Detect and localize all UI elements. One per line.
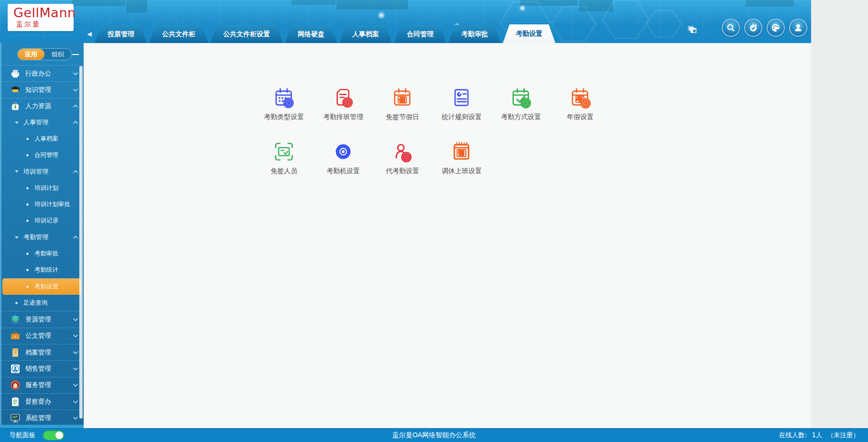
sidebar-item-label: 培训管理	[23, 167, 48, 176]
bullet-icon	[26, 203, 29, 206]
app-tile-2-2[interactable]: 考勤机设置	[314, 138, 373, 186]
sidebar-item-2[interactable]: 知识管理	[0, 81, 84, 98]
tab-3[interactable]: 公共文件柜设置	[210, 25, 283, 43]
sidebar-item-4[interactable]: 人事管理	[0, 114, 84, 131]
sidebar-item-label: 考勤审批	[34, 250, 58, 258]
app-tile-2-1[interactable]: 免签人员	[254, 138, 314, 186]
tab-1[interactable]: 投票管理	[95, 25, 147, 43]
monitor-icon	[10, 412, 21, 424]
sidebar-item-13[interactable]: 考勤统计	[0, 262, 84, 278]
sidebar-item-17[interactable]: 公文管理	[0, 328, 84, 344]
sidebar-item-19[interactable]: 销售管理	[0, 360, 84, 376]
sidebar-item-16[interactable]: 资源管理	[0, 311, 84, 327]
chevron-up-icon	[72, 234, 79, 241]
app-tile-1-2[interactable]: 考勤排班管理	[314, 84, 373, 132]
calendar-swap-icon: 调	[451, 141, 473, 163]
sidebar-item-22[interactable]: 系统管理	[0, 409, 84, 426]
header-decor	[292, 0, 336, 5]
hr-bag-icon	[10, 100, 21, 112]
tab-6[interactable]: 合同管理	[394, 25, 446, 43]
sidebar-item-6[interactable]: 合同管理	[0, 147, 84, 163]
tab-5[interactable]: 人事档案	[339, 25, 392, 43]
tab-2[interactable]: 公共文件柜	[149, 25, 208, 43]
sidebar-item-1[interactable]: 行政办公	[0, 65, 84, 81]
bullet-icon	[26, 220, 29, 222]
briefcase-icon	[10, 330, 21, 342]
logo-subtitle: 盖尔曼	[16, 20, 74, 29]
timer-button[interactable]	[744, 19, 762, 37]
app-tile-label: 考勤类型设置	[264, 113, 304, 122]
app-tile-label: 年假设置	[567, 113, 594, 122]
search-icon	[726, 22, 736, 33]
sidebar-bottom-edge	[0, 425, 84, 428]
sidebar-item-12[interactable]: 考勤审批	[0, 245, 84, 262]
tab-4[interactable]: 网络硬盘	[285, 25, 337, 43]
sidebar-item-7[interactable]: 培训管理	[0, 164, 84, 180]
sidebar-item-10[interactable]: 培训记录	[0, 213, 84, 229]
machine-gear-icon	[332, 141, 354, 163]
online-status: 在线人数: 1人 （未注册）	[779, 431, 859, 440]
mode-org-button[interactable]: 组织	[44, 49, 71, 60]
app-tile-1-1[interactable]: 考勤类型设置	[254, 84, 314, 132]
app-header: ◀ 投票管理公共文件柜公共文件柜设置网络硬盘人事档案合同管理考勤审批考勤设置	[0, 0, 811, 43]
chevron-down-icon	[72, 382, 79, 388]
sidebar-item-8[interactable]: 培训计划	[0, 180, 84, 196]
sidebar-scrollbar[interactable]	[79, 66, 83, 419]
sidebar-item-20[interactable]: 服务管理	[0, 377, 84, 393]
user-button[interactable]	[789, 19, 807, 37]
printer-icon	[10, 68, 21, 79]
chevron-down-icon	[72, 349, 79, 356]
sidebar-item-label: 行政办公	[25, 69, 51, 78]
app-tile-1-4[interactable]: 统计规则设置	[432, 84, 491, 132]
app-tile-label: 调休上班设置	[442, 167, 482, 176]
sidebar-item-label: 考勤设置	[34, 283, 58, 291]
app-tile-2-4[interactable]: 调调休上班设置	[432, 138, 491, 186]
sidebar-item-3[interactable]: 人力资源	[0, 98, 84, 114]
sidebar-item-label: 考勤统计	[34, 266, 58, 274]
app-tile-1-5[interactable]: 考勤方式设置	[491, 84, 551, 132]
sidebar-item-label: 培训计划	[34, 184, 58, 192]
theme-button[interactable]	[767, 19, 785, 37]
sidebar-item-21[interactable]: 督察督办	[0, 393, 84, 409]
sidebar-item-18[interactable]: 档案管理	[0, 344, 84, 360]
online-users-registration: （未注册）	[827, 431, 860, 440]
app-tile-1-3[interactable]: 假免签节假日	[373, 84, 432, 132]
chevron-down-icon	[72, 415, 79, 421]
sidebar-item-15[interactable]: 足迹查询	[0, 295, 84, 311]
bullet-icon	[26, 286, 29, 288]
tab-7[interactable]: 考勤审批	[448, 25, 501, 43]
chevron-down-icon	[72, 365, 79, 372]
chevron-up-icon	[72, 103, 79, 110]
logo-title: GellMann	[13, 5, 74, 20]
sidebar-item-label: 知识管理	[25, 86, 51, 94]
header-decor	[336, 0, 408, 10]
header-decor	[126, 0, 147, 12]
bullet-icon	[15, 302, 18, 304]
close-tabs-button[interactable]	[686, 23, 700, 37]
sales-person-icon	[10, 363, 21, 375]
person-gear-icon	[391, 141, 413, 163]
sidebar-item-11[interactable]: 考勤管理	[0, 229, 84, 245]
mode-segment: 应用 组织	[17, 48, 72, 60]
mode-app-button[interactable]: 应用	[18, 49, 44, 60]
main-content: 考勤类型设置考勤排班管理假免签节假日统计规则设置考勤方式设置年年假设置 免签人员…	[84, 43, 811, 428]
triangle-down-icon	[15, 122, 19, 124]
nav-panel-toggle[interactable]	[43, 431, 64, 440]
sidebar-mode-switch: 应用 组织 —	[0, 43, 84, 65]
sidebar-item-label: 人事管理	[23, 118, 48, 127]
sidebar-item-14[interactable]: 考勤设置	[2, 278, 81, 295]
tab-8[interactable]: 考勤设置	[503, 24, 555, 43]
app-tile-1-6[interactable]: 年年假设置	[551, 84, 610, 132]
triangle-down-icon	[15, 170, 19, 173]
sidebar-item-9[interactable]: 培训计划审批	[0, 196, 84, 212]
sidebar-item-label: 人事档案	[34, 135, 58, 143]
app-tile-2-3[interactable]: 代考勤设置	[373, 138, 432, 186]
sidebar-collapse-button[interactable]: —	[71, 47, 80, 60]
sidebar-item-5[interactable]: 人事档案	[0, 131, 84, 147]
header-decor	[746, 0, 793, 7]
sidebar-item-label: 销售管理	[25, 365, 51, 373]
sidebar-item-label: 培训计划审批	[34, 200, 70, 209]
calendar-year-gear-icon: 年	[569, 87, 591, 109]
search-button[interactable]	[722, 19, 740, 37]
tabs-scroll-left-icon[interactable]: ◀	[84, 25, 95, 43]
